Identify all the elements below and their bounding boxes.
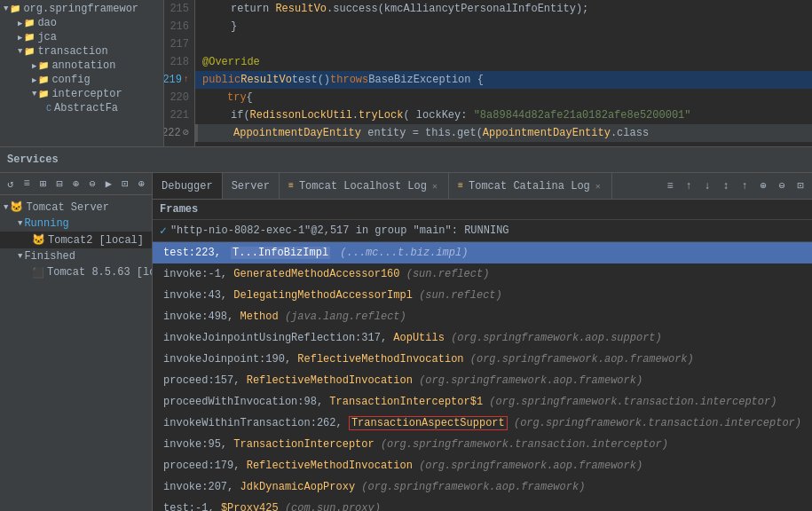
run-button[interactable]: ▶ (102, 176, 115, 192)
server-item-tomcat[interactable]: ▼ 🐱 Tomcat Server (0, 199, 152, 216)
group-button[interactable]: ⊞ (36, 176, 50, 192)
tree-item-abstractfa[interactable]: C AbstractFa (0, 101, 163, 115)
frames-header: Frames (153, 200, 812, 220)
code-line-219: public ResultVo test() throws BaseBizExc… (195, 71, 812, 89)
pin-button[interactable]: ↑ (737, 178, 753, 194)
left-panel[interactable]: ↺ ≡ ⊞ ⊟ ⊕ ⊖ ▶ ⊡ ⊕ ▼ 🐱 Tomcat Server ▼ Ru… (0, 173, 153, 511)
minimize-button[interactable]: ⊖ (774, 178, 790, 194)
close-localhost-tab[interactable]: ✕ (430, 181, 439, 192)
tree-item-config[interactable]: ▶ 📁 config (0, 73, 163, 87)
server-item-running[interactable]: ▼ Running (0, 216, 152, 232)
tree-item-annotation[interactable]: ▶ 📁 annotation (0, 59, 163, 73)
file-tree[interactable]: ▼ 📁 org.springframewor ▶ 📁 dao ▶ 📁 jca ▼… (0, 0, 164, 146)
stop-icon: ⬛ (32, 267, 44, 279)
tomcat-icon: 🐱 (10, 200, 23, 214)
services-header: Services (0, 146, 812, 173)
frame-item-12[interactable]: test:-1, $Proxy425 (com.sun.proxy) (153, 498, 812, 511)
frame-item-5[interactable]: invokeJoinpoint:190, ReflectiveMethodInv… (153, 349, 812, 370)
code-line-215: return ResultVo.success(kmcAlliancytPers… (195, 0, 812, 18)
frame-item-1[interactable]: invoke:-1, GeneratedMethodAccessor160 (s… (153, 263, 812, 285)
tree-item-transaction[interactable]: ▼ 📁 transaction (0, 44, 163, 59)
tree-item-dao[interactable]: ▶ 📁 dao (0, 16, 163, 30)
frame-item-6[interactable]: proceed:157, ReflectiveMethodInvocation … (153, 370, 812, 391)
stack-frames[interactable]: test:223, T...InfoBizImpl (...mc...t.biz… (153, 242, 812, 511)
add-button[interactable]: ⊕ (135, 176, 148, 192)
code-line-220: try { (195, 89, 812, 106)
folder-icon: 📁 (24, 46, 35, 57)
tab-right-icons: ≡ ↑ ↓ ↕ ↑ ⊕ ⊖ ⊡ (662, 178, 812, 194)
tab-debugger[interactable]: Debugger (153, 173, 223, 200)
frame-item-4[interactable]: invokeJoinpointUsingReflection:317, AopU… (153, 327, 812, 349)
scroll-down-button[interactable]: ↓ (699, 178, 715, 194)
frame-item-8[interactable]: invokeWithinTransaction:262, Transaction… (153, 413, 812, 434)
frame-item-3[interactable]: invoke:498, Method (java.lang.reflect) (153, 306, 812, 327)
code-line-222: AppointmentDayEntity entity = this.get(A… (195, 124, 812, 142)
tomcat2-icon: 🐱 (32, 233, 45, 247)
list-button[interactable]: ≡ (20, 176, 33, 192)
log-icon: ≡ (288, 181, 294, 191)
tab-server[interactable]: Server (223, 173, 280, 200)
server-item-finished[interactable]: ▼ Finished (0, 248, 152, 264)
filter-button[interactable]: ⊕ (69, 176, 83, 192)
frame-item-11[interactable]: invoke:207, JdkDynamicAopProxy (org.spri… (153, 476, 812, 498)
folder-icon: 📁 (10, 4, 20, 14)
frame-item-10[interactable]: proceed:179, ReflectiveMethodInvocation … (153, 455, 812, 476)
right-panel: Debugger Server ≡ Tomcat Localhost Log ✕… (153, 173, 812, 511)
frame-item-2[interactable]: invoke:43, DelegatingMethodAccessorImpl … (153, 285, 812, 306)
server-item-tomcat2[interactable]: 🐱 Tomcat2 [local] (0, 232, 152, 248)
remove-button[interactable]: ⊖ (85, 176, 99, 192)
close-catalina-tab[interactable]: ✕ (594, 181, 603, 192)
code-line-221: if(RedissonLockUtil.tryLock( lockKey: "8… (195, 106, 812, 124)
code-line-217 (195, 35, 812, 53)
java-file-icon: C (46, 104, 51, 114)
tree-item-org[interactable]: ▼ 📁 org.springframewor (0, 2, 163, 16)
settings-button[interactable]: ⊡ (118, 176, 131, 192)
restore-button[interactable]: ↕ (718, 178, 734, 194)
server-item-tomcat8[interactable]: ⬛ Tomcat 8.5.63 [loc (0, 264, 152, 280)
folder-icon: 📁 (24, 32, 35, 43)
scroll-up-button[interactable]: ↑ (681, 178, 697, 194)
frame-item-7[interactable]: proceedWithInvocation:98, TransactionInt… (153, 391, 812, 413)
tree-item-interceptor[interactable]: ▼ 📁 interceptor (0, 87, 163, 101)
collapse-button[interactable]: ⊟ (52, 176, 66, 192)
toolbar-row: ↺ ≡ ⊞ ⊟ ⊕ ⊖ ▶ ⊡ ⊕ (0, 173, 152, 195)
thread-text: "http-nio-8082-exec-1"@2,517 in group "m… (170, 224, 509, 237)
frame-item-0[interactable]: test:223, T...InfoBizImpl (...mc...t.biz… (153, 242, 812, 263)
folder-icon: 📁 (38, 89, 49, 99)
debugger-area: ↺ ≡ ⊞ ⊟ ⊕ ⊖ ▶ ⊡ ⊕ ▼ 🐱 Tomcat Server ▼ Ru… (0, 173, 812, 511)
tab-tomcat-catalina[interactable]: ≡ Tomcat Catalina Log ✕ (449, 173, 612, 200)
close-panel-button[interactable]: ⊡ (792, 178, 808, 194)
refresh-button[interactable]: ↺ (4, 176, 17, 192)
tree-item-jca[interactable]: ▶ 📁 jca (0, 30, 163, 44)
folder-icon: 📁 (38, 75, 49, 85)
thread-info: ✓ "http-nio-8082-exec-1"@2,517 in group … (153, 220, 812, 242)
code-area: ▼ 📁 org.springframewor ▶ 📁 dao ▶ 📁 jca ▼… (0, 0, 812, 146)
thread-check-icon: ✓ (160, 224, 167, 238)
log-icon2: ≡ (458, 181, 463, 191)
tab-menu-button[interactable]: ≡ (662, 178, 678, 194)
tab-bar: Debugger Server ≡ Tomcat Localhost Log ✕… (153, 173, 812, 200)
frame-item-9[interactable]: invoke:95, TransactionInterceptor (org.s… (153, 434, 812, 455)
code-content: return ResultVo.success(kmcAlliancytPers… (195, 0, 812, 146)
code-line-218: @Override (195, 53, 812, 71)
server-tree: ▼ 🐱 Tomcat Server ▼ Running 🐱 Tomcat2 [l… (0, 195, 152, 284)
line-numbers: 215 216 217 218 219 ↑ 220 221 222 ⊘ (164, 0, 195, 146)
expand-button[interactable]: ⊕ (755, 178, 771, 194)
code-line-216: } (195, 18, 812, 35)
folder-icon: 📁 (24, 18, 35, 28)
tab-tomcat-localhost[interactable]: ≡ Tomcat Localhost Log ✕ (280, 173, 449, 200)
folder-icon: 📁 (38, 60, 49, 71)
